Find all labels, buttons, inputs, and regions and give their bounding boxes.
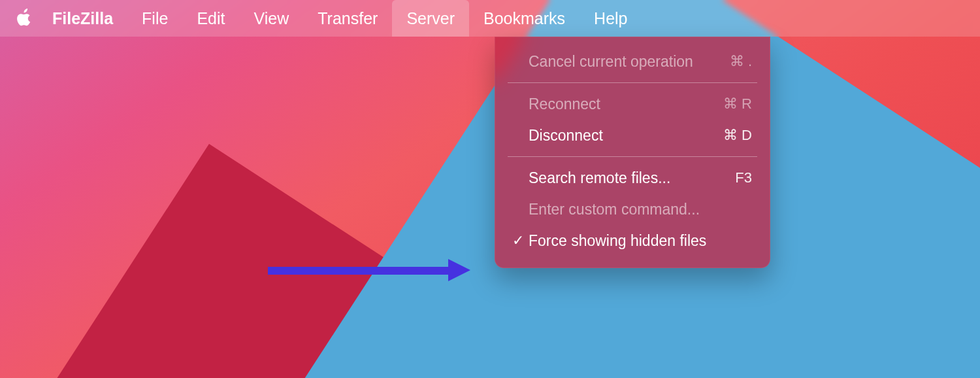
menuitem-search-remote-files[interactable]: Search remote files... F3 — [495, 162, 770, 194]
menuitem-enter-custom-command: Enter custom command... — [495, 194, 770, 225]
menuitem-label: Search remote files... — [529, 169, 735, 187]
menuitem-label: Force showing hidden files — [529, 232, 752, 250]
menuitem-label: Disconnect — [529, 127, 723, 145]
server-dropdown: Cancel current operation ⌘ . Reconnect ⌘… — [495, 37, 770, 268]
menu-view[interactable]: View — [239, 0, 303, 37]
menu-bookmarks[interactable]: Bookmarks — [469, 0, 580, 37]
menu-separator — [508, 156, 757, 157]
menuitem-label: Reconnect — [529, 95, 723, 113]
menuitem-cancel-current-operation: Cancel current operation ⌘ . — [495, 46, 770, 77]
menuitem-label: Enter custom command... — [529, 201, 752, 218]
menuitem-shortcut: ⌘ R — [723, 95, 752, 112]
menuitem-shortcut: ⌘ . — [730, 53, 752, 70]
arrow-shaft — [268, 267, 451, 275]
apple-menu[interactable] — [13, 7, 35, 29]
menuitem-disconnect[interactable]: Disconnect ⌘ D — [495, 120, 770, 151]
menu-edit[interactable]: Edit — [182, 0, 239, 37]
menu-transfer[interactable]: Transfer — [303, 0, 392, 37]
menuitem-force-showing-hidden-files[interactable]: ✓ Force showing hidden files — [495, 225, 770, 256]
menu-separator — [508, 82, 757, 83]
menuitem-label: Cancel current operation — [529, 53, 730, 71]
menu-file[interactable]: File — [127, 0, 182, 37]
app-name-menu[interactable]: FileZilla — [52, 0, 127, 37]
arrow-head-icon — [448, 259, 470, 281]
macos-menubar: FileZilla File Edit View Transfer Server… — [0, 0, 980, 37]
desktop-background: FileZilla File Edit View Transfer Server… — [0, 0, 980, 378]
menu-server[interactable]: Server — [392, 0, 469, 37]
menu-help[interactable]: Help — [580, 0, 642, 37]
menuitem-reconnect: Reconnect ⌘ R — [495, 88, 770, 120]
menuitem-shortcut: F3 — [735, 169, 752, 186]
menuitem-shortcut: ⌘ D — [723, 127, 752, 144]
annotation-arrow — [268, 260, 470, 280]
checkmark-icon: ✓ — [509, 232, 527, 249]
apple-logo-icon — [15, 8, 33, 29]
